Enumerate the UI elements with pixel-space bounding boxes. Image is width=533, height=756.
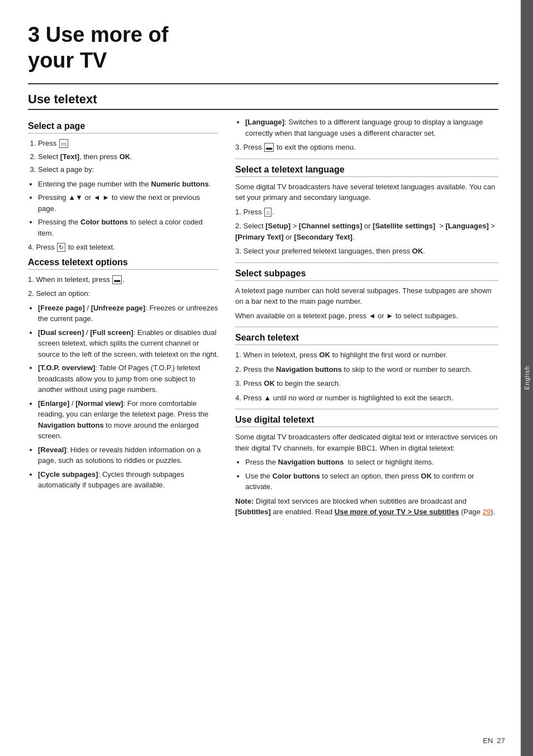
subsection-subpages-title: Select subpages — [235, 269, 498, 281]
chapter-title-line2: your TV — [28, 49, 107, 72]
chapter-title: 3 Use more of your TV — [28, 22, 498, 73]
two-column-layout: Select a page Press ▭ Select [Text], the… — [28, 117, 498, 521]
footer-label: EN — [483, 736, 493, 745]
divider4 — [235, 409, 498, 409]
options-icon2: ▬ — [264, 143, 274, 152]
access-options-bullets: [Freeze page] / [Unfreeze page]: Freezes… — [28, 303, 218, 491]
bullet-language: [Language]: Switches to a different lang… — [245, 117, 498, 138]
step4-exit: 4. Press ↻ to exit teletext. — [28, 242, 218, 253]
subsection-search-title: Search teletext — [235, 333, 498, 345]
digital-intro: Some digital TV broadcasters offer dedic… — [235, 432, 498, 453]
select-page-bullets: Entering the page number with the Numeri… — [28, 179, 218, 239]
access-step2: 2. Select an option: — [28, 288, 218, 299]
digital-note: Note: Digital text services are blocked … — [235, 496, 498, 518]
chapter-divider — [28, 83, 498, 84]
chapter-title-line1: Use more of — [46, 23, 169, 46]
access-step1: 1. When in teletext, press ▬. — [28, 274, 218, 285]
select-language-intro: Some digital TV broadcasters have severa… — [235, 181, 498, 203]
footer-page: 27 — [497, 736, 505, 745]
bullet-top-overview: [T.O.P. overview]: Table Of Pages (T.O.P… — [38, 362, 218, 395]
bullet-enlarge: [Enlarge] / [Normal view]: For more comf… — [38, 398, 218, 442]
content-area: 3 Use more of your TV Use teletext Selec… — [0, 0, 521, 756]
language-bullet: [Language]: Switches to a different lang… — [235, 117, 498, 138]
bullet-reveal: [Reveal]: Hides or reveals hidden inform… — [38, 444, 218, 466]
subsection-access-options-title: Access teletext options — [28, 257, 218, 270]
search-step3: 3. Press OK to begin the search. — [235, 378, 498, 389]
step2: Select [Text], then press OK. — [38, 151, 218, 162]
select-page-steps: Press ▭ Select [Text], then press OK. Se… — [28, 138, 218, 175]
bullet-color-buttons: Pressing the Color buttons to select a c… — [38, 217, 218, 238]
side-tab: English — [521, 0, 533, 756]
options-icon: ▬ — [112, 275, 122, 284]
subpages-para2: When available on a teletext page, press… — [235, 310, 498, 322]
bullet-dual-screen: [Dual screen] / [Full screen]: Enables o… — [38, 327, 218, 360]
step3-exit: 3. Press ▬ to exit the options menu. — [235, 142, 498, 153]
bullet-numeric: Entering the page number with the Numeri… — [38, 179, 218, 190]
page-container: 3 Use more of your TV Use teletext Selec… — [0, 0, 533, 756]
lang-step2: 2. Select [Setup] > [Channel settings] o… — [235, 221, 498, 242]
right-column: [Language]: Switches to a different lang… — [235, 117, 498, 521]
bullet-freeze: [Freeze page] / [Unfreeze page]: Freezes… — [38, 303, 218, 324]
divider3 — [235, 327, 498, 327]
lang-step1: 1. Press ⌂. — [235, 207, 498, 218]
search-step1: 1. When in teletext, press OK to highlig… — [235, 350, 498, 361]
subpages-para1: A teletext page number can hold several … — [235, 285, 498, 307]
digital-bullets: Press the Navigation buttons to select o… — [235, 457, 498, 492]
divider1 — [235, 159, 498, 159]
left-column: Select a page Press ▭ Select [Text], the… — [28, 117, 218, 521]
digital-bullet2: Use the Color buttons to select an optio… — [245, 471, 498, 492]
chapter-number: 3 — [28, 23, 40, 46]
back-icon: ↻ — [57, 243, 65, 252]
lang-step3: 3. Select your preferred teletext langua… — [235, 246, 498, 257]
page-footer: EN 27 — [483, 736, 505, 745]
divider2 — [235, 262, 498, 263]
search-step4: 4. Press ▲ until no word or number is hi… — [235, 393, 498, 404]
section-teletext-title: Use teletext — [28, 92, 498, 110]
home-icon: ⌂ — [264, 208, 272, 217]
search-step2: 2. Press the Navigation buttons to skip … — [235, 364, 498, 375]
bullet-cycle-subpages: [Cycle subpages]: Cycles through subpage… — [38, 469, 218, 491]
side-tab-label: English — [524, 366, 530, 390]
step1: Press ▭ — [38, 138, 218, 149]
subsection-digital-title: Use digital teletext — [235, 415, 498, 427]
teletext-icon: ▭ — [59, 139, 68, 148]
step3: Select a page by: — [38, 164, 218, 175]
subsection-select-language-title: Select a teletext language — [235, 165, 498, 177]
bullet-pressing-arrows: Pressing ▲▼ or ◄ ► to view the next or p… — [38, 192, 218, 214]
subsection-select-page-title: Select a page — [28, 121, 218, 133]
digital-bullet1: Press the Navigation buttons to select o… — [245, 457, 498, 468]
